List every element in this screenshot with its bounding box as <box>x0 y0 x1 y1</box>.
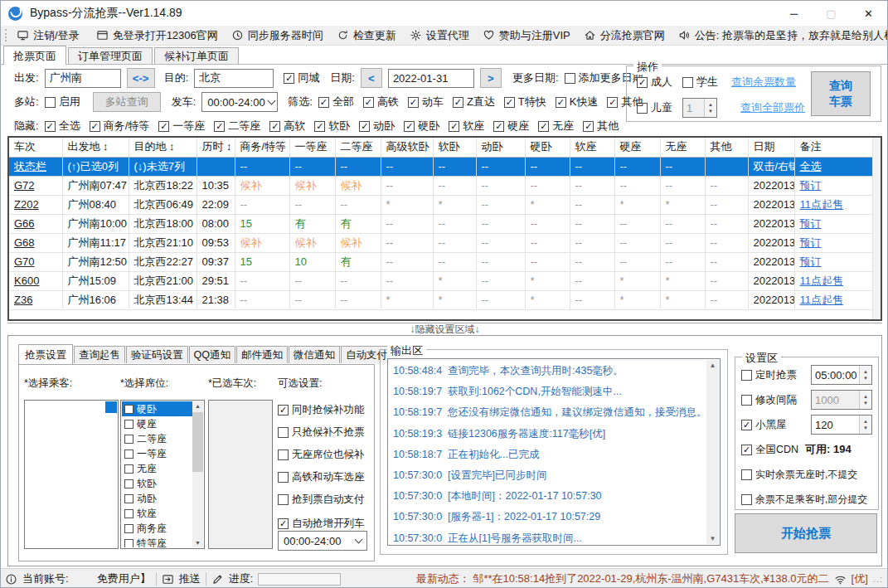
toolbar-item-5[interactable]: 赞助与注册VIP <box>476 26 577 46</box>
toolbar-item-3[interactable]: 检查更新 <box>330 26 403 46</box>
hide-option[interactable]: 软卧 <box>314 119 350 134</box>
student-checkbox[interactable]: 学生 <box>682 75 718 90</box>
settings-checkbox[interactable]: 余票不足乘客时,部分提交 <box>741 493 867 507</box>
toolbar-item-1[interactable]: 免登录打开12306官网 <box>90 26 225 46</box>
table-header-1[interactable]: 出发地 ↕ <box>62 138 129 157</box>
hide-option[interactable]: 硬座 <box>493 119 529 134</box>
filter-option[interactable]: Z直达 <box>453 95 495 109</box>
seat-item[interactable]: 动卧 <box>122 491 192 506</box>
hide-option[interactable]: 动卧 <box>359 119 395 134</box>
grab-option[interactable]: 自动抢增开列车 <box>278 518 365 529</box>
remark-link[interactable]: 预订 <box>794 252 872 271</box>
seat-item[interactable]: 商务座 <box>122 521 192 536</box>
table-row[interactable]: 状态栏(↑)已选0列(↓)未选7列--------------------双击/… <box>9 157 872 176</box>
remark-link[interactable]: 预订 <box>794 214 872 233</box>
settings-checkbox[interactable]: 修改间隔 <box>741 393 797 407</box>
filter-option[interactable]: T特快 <box>504 95 546 109</box>
train-link[interactable]: G70 <box>9 252 62 271</box>
adult-checkbox[interactable]: 成人 <box>637 75 672 90</box>
spinner[interactable]: 1000▲▼ <box>811 390 872 410</box>
toolbar-item-2[interactable]: 同步服务器时间 <box>225 26 330 46</box>
child-count-spinner[interactable]: 1 ▲▼ <box>682 98 717 118</box>
table-row[interactable]: Z36广州16:06北京西13:4421:38------**--*--**--… <box>9 290 872 309</box>
seat-item[interactable]: 二等座 <box>122 431 192 446</box>
filter-option[interactable]: 其他 <box>607 95 643 109</box>
train-link[interactable]: Z202 <box>9 195 62 214</box>
push-button[interactable]: 推送 <box>179 571 201 586</box>
train-link[interactable]: Z36 <box>9 290 62 309</box>
output-scrollbar[interactable]: ▲ ▼ <box>706 360 719 544</box>
settings-tab-2[interactable]: 验证码设置 <box>126 346 188 363</box>
settings-checkbox[interactable]: 小黑屋 <box>741 418 787 432</box>
seat-item[interactable]: 无座 <box>122 461 192 476</box>
table-row[interactable]: Z202广州08:40北京西06:4922:09------**--*--**-… <box>9 195 872 214</box>
seat-item[interactable]: 软卧 <box>122 476 192 491</box>
hide-option[interactable]: 全选 <box>45 119 80 134</box>
query-all-prices-link[interactable]: 查询全部票价 <box>740 100 805 115</box>
next-date-button[interactable]: > <box>480 68 502 88</box>
hide-option[interactable]: 硬卧 <box>404 119 439 134</box>
grab-option[interactable]: 只抢候补不抢票 <box>278 427 365 439</box>
tab-1[interactable]: 订单管理页面 <box>68 47 153 64</box>
seat-item[interactable]: 一等座 <box>122 446 192 461</box>
depart-time-select[interactable]: 00:00-24:00 <box>201 92 278 112</box>
remark-link[interactable]: 全选 <box>794 157 872 176</box>
spinner-arrows[interactable]: ▲▼ <box>859 415 871 434</box>
hide-option[interactable]: 高软 <box>269 119 305 134</box>
grab-time-range-select[interactable]: 00:00-24:00 <box>278 531 367 551</box>
remark-link[interactable]: 11点起售 <box>794 290 872 309</box>
table-row[interactable]: K600广州15:09北京西21:0029:51--------*--*--**… <box>9 271 872 290</box>
hide-settings-bar[interactable]: ↓隐藏设置区域↓ <box>7 323 882 334</box>
grab-option[interactable]: 高铁和动车选座 <box>278 472 365 484</box>
multi-enable-checkbox[interactable]: 启用 <box>45 95 80 109</box>
train-link[interactable]: G68 <box>9 233 62 252</box>
remark-link[interactable]: 11点起售 <box>794 271 872 290</box>
table-scrollbar[interactable] <box>872 138 881 319</box>
table-row[interactable]: G70广州南12:50北京西22:2709:371510有-----------… <box>9 252 872 271</box>
train-link[interactable]: G66 <box>9 214 62 233</box>
query-tickets-button[interactable]: 查询车票 <box>811 71 871 116</box>
settings-tab-4[interactable]: 邮件通知 <box>236 346 288 363</box>
train-link[interactable]: 状态栏 <box>9 157 62 176</box>
table-row[interactable]: G72广州南07:47北京西18:2210:35候补候补候补----------… <box>9 176 872 195</box>
resize-grip[interactable]: ..: <box>873 574 883 584</box>
close-button[interactable]: ✕ <box>850 1 887 26</box>
hide-option[interactable]: 二等座 <box>214 119 260 134</box>
spinner-arrows[interactable]: ▲▼ <box>704 99 716 117</box>
hide-option[interactable]: 一等座 <box>158 119 205 134</box>
train-link[interactable]: G72 <box>9 176 62 195</box>
grab-option[interactable]: 抢到票自动支付 <box>278 494 365 506</box>
scroll-thumb[interactable] <box>192 412 203 472</box>
same-city-checkbox[interactable]: 同城 <box>284 70 319 85</box>
train-link[interactable]: K600 <box>9 271 62 290</box>
multi-station-query-button[interactable]: 多站查询 <box>93 92 161 112</box>
remark-link[interactable]: 预订 <box>794 176 872 195</box>
spinner-arrows[interactable]: ▲▼ <box>859 366 871 384</box>
filter-option[interactable]: K快速 <box>556 95 599 109</box>
settings-checkbox[interactable]: 实时余票无座时,不提交 <box>741 468 857 482</box>
passenger-list[interactable] <box>24 400 119 549</box>
toolbar-item-6[interactable]: 分流抢票官网 <box>577 26 672 46</box>
filter-option[interactable]: 动车 <box>408 95 444 109</box>
table-row[interactable]: G66广州南10:00北京西18:0008:0015有有------------… <box>9 214 872 233</box>
settings-tab-1[interactable]: 查询起售 <box>74 346 125 363</box>
table-row[interactable]: G68广州南11:17北京西21:1009:53候补候补候补----------… <box>9 233 872 252</box>
spinner[interactable]: 05:00:00▲▼ <box>811 365 872 385</box>
table-header-3[interactable]: 历时 ↕ <box>197 138 235 157</box>
settings-checkbox[interactable]: 全国CDN <box>741 443 798 457</box>
scroll-down-icon[interactable]: ▼ <box>195 540 201 546</box>
settings-tab-3[interactable]: QQ通知 <box>189 346 235 363</box>
hide-option[interactable]: 软座 <box>449 119 484 134</box>
dest-input[interactable]: 北京 <box>194 69 274 88</box>
hide-option[interactable]: 无座 <box>538 119 574 134</box>
spinner-arrows[interactable]: ▲▼ <box>859 391 871 409</box>
table-header-2[interactable]: 目的地 ↕ <box>129 138 197 157</box>
seat-item[interactable]: 特等座 <box>122 536 192 547</box>
grab-option[interactable]: 同时抢候补功能 <box>278 405 365 416</box>
prev-date-button[interactable]: < <box>361 68 382 88</box>
seat-item[interactable]: 硬座 <box>122 416 192 431</box>
spinner[interactable]: 120▲▼ <box>811 415 872 435</box>
toolbar-item-4[interactable]: 设置代理 <box>403 26 476 46</box>
date-input[interactable]: 2022-01-31 <box>388 69 474 88</box>
seat-item[interactable]: 软座 <box>122 506 192 521</box>
